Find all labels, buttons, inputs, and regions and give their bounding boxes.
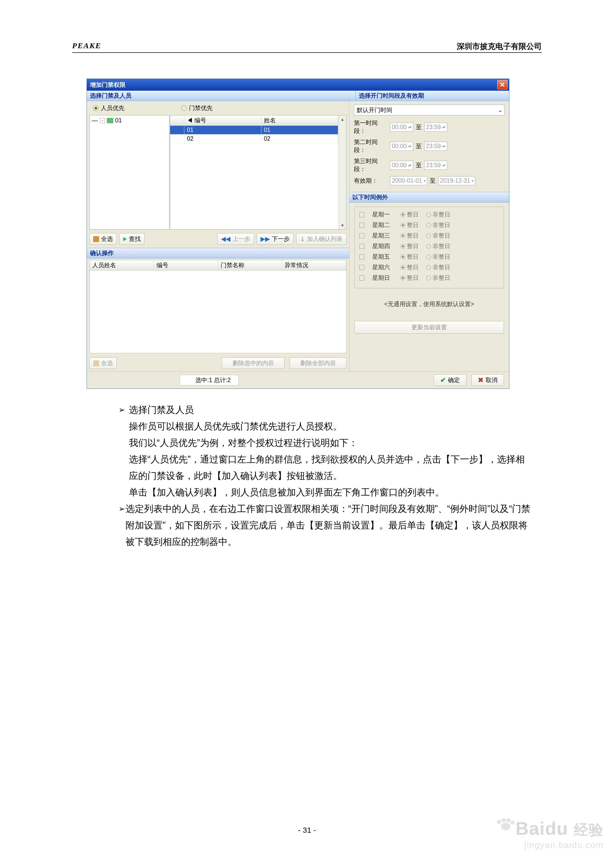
close-button[interactable]: ✕ (497, 80, 508, 89)
checkbox[interactable] (359, 254, 364, 259)
day-label: 星期一 (372, 211, 393, 219)
time-to-input[interactable]: 23:59▴▾ (424, 161, 448, 170)
radio-full-day[interactable]: 整日 (401, 221, 419, 229)
radio-not-full-day[interactable]: 非整日 (426, 274, 450, 282)
grid-header-col2[interactable]: 姓名 (261, 115, 339, 126)
radio-dot-icon (401, 212, 405, 217)
time-to-input[interactable]: 23:59▴▾ (424, 142, 448, 151)
status-text: 选中:1 总计:2 (180, 375, 239, 386)
radio-full-day[interactable]: 整日 (401, 274, 419, 282)
find-button[interactable]: 查找 (119, 233, 145, 245)
radio-full-day[interactable]: 整日 (401, 253, 419, 261)
ok-button[interactable]: ✔确定 (434, 374, 466, 386)
sort-icon[interactable]: ◀ (187, 117, 193, 124)
radio-person-priority[interactable]: 人员优先 (93, 104, 124, 112)
doc-line: 选择“人员优先”，通过窗口左上角的群信息，找到欲授权的人员并选中，点击【下一步】… (129, 451, 532, 484)
ok-label: 确定 (448, 376, 460, 384)
spinner-icon[interactable]: ▴▾ (408, 145, 411, 147)
time-from-input[interactable]: 00:00▴▾ (390, 122, 413, 132)
chevron-down-icon[interactable]: ▾ (424, 180, 425, 182)
checkbox[interactable] (359, 244, 364, 249)
opt-full-label: 整日 (407, 274, 419, 282)
time-label: 第一时间段： (354, 119, 387, 135)
select-all-button[interactable]: 全选 (89, 233, 117, 245)
select-all-label: 全选 (101, 235, 113, 243)
ct-col-exc[interactable]: 异常情况 (282, 260, 346, 270)
checkbox[interactable] (359, 265, 364, 270)
ct-col-door[interactable]: 门禁名称 (218, 260, 282, 270)
opt-not-label: 非整日 (432, 242, 450, 250)
check-icon: ✔ (440, 376, 446, 384)
next-step-button[interactable]: ▶▶下一步 (257, 233, 294, 245)
exc-row: 星期六整日非整日 (359, 264, 499, 271)
time-to-input[interactable]: 23:59▴▾ (424, 122, 448, 132)
opt-not-label: 非整日 (432, 211, 450, 219)
grid-header-checkbox[interactable] (170, 115, 184, 126)
radio-full-day[interactable]: 整日 (401, 264, 419, 271)
group-tree[interactable]: — - 01 (89, 115, 169, 229)
checkbox[interactable] (359, 233, 364, 238)
spinner-icon[interactable]: ▴▾ (442, 164, 445, 166)
wm-cn: 经验 (574, 822, 604, 838)
time-row-2: 第二时间段： 00:00▴▾ 至 23:59▴▾ (354, 138, 504, 154)
exc-row: 星期一整日非整日 (359, 211, 499, 219)
bullet-icon: ➢ (118, 401, 129, 501)
radio-not-full-day[interactable]: 非整日 (426, 242, 450, 250)
grid-header-col1[interactable]: 编号 (194, 117, 206, 124)
radio-not-full-day[interactable]: 非整日 (426, 211, 450, 219)
valid-from-input[interactable]: 2000-01-01▾ (390, 176, 427, 185)
delete-all-button[interactable]: 删除全部内容 (290, 357, 347, 369)
radio-door-priority[interactable]: 门禁优先 (181, 104, 213, 112)
radio-dot-icon (426, 265, 431, 270)
delete-selected-button[interactable]: 删除选中的内容 (222, 357, 284, 369)
exc-row: 星期三整日非整日 (359, 232, 499, 240)
valid-to-input[interactable]: 2019-12-31▾ (438, 176, 475, 185)
time-label: 第三时间段： (354, 157, 387, 173)
checkbox[interactable] (359, 276, 364, 281)
radio-dot-icon (401, 254, 405, 259)
spinner-icon[interactable]: ▴▾ (442, 145, 445, 147)
time-from-input[interactable]: 00:00▴▾ (390, 142, 413, 151)
spinner-icon[interactable]: ▴▾ (442, 126, 445, 128)
chevron-down-icon[interactable]: ▾ (472, 180, 473, 182)
cancel-button[interactable]: ✖取消 (471, 374, 504, 386)
person-grid[interactable]: ◀ 编号 姓名 01 01 02 02 (170, 115, 347, 229)
exc-row: 星期二整日非整日 (359, 221, 499, 229)
spinner-icon[interactable]: ▴▾ (408, 126, 411, 128)
time-dropdown[interactable]: 默认开门时间 ⌄ (354, 105, 504, 115)
scroll-up-icon[interactable]: ▴ (341, 116, 344, 122)
wm-brand: Bai (516, 818, 545, 839)
grid-scrollbar[interactable]: ▴ ▾ (338, 115, 346, 229)
radio-not-full-day[interactable]: 非整日 (426, 253, 450, 261)
radio-dot-icon (426, 233, 431, 238)
time-from-input[interactable]: 00:00▴▾ (390, 161, 413, 170)
opt-full-label: 整日 (407, 264, 419, 271)
tree-item[interactable]: — - 01 (92, 117, 167, 124)
add-to-list-button[interactable]: ⤓加入确认列表 (296, 233, 347, 245)
radio-not-full-day[interactable]: 非整日 (426, 264, 450, 271)
radio-full-day[interactable]: 整日 (401, 211, 419, 219)
spinner-icon[interactable]: ▴▾ (408, 164, 411, 166)
grid-row[interactable]: 02 02 (170, 135, 338, 143)
radio-not-full-day[interactable]: 非整日 (426, 232, 450, 240)
grid-cell: 01 (184, 126, 261, 135)
scroll-down-icon[interactable]: ▾ (341, 223, 344, 228)
radio-not-full-day[interactable]: 非整日 (426, 221, 450, 229)
confirm-header: 确认操作 (87, 248, 349, 259)
ct-col-no[interactable]: 编号 (154, 260, 218, 270)
radio-full-day[interactable]: 整日 (401, 242, 419, 250)
radio-door-label: 门禁优先 (189, 104, 213, 112)
expand-icon[interactable]: - (100, 118, 105, 123)
checkbox[interactable] (359, 212, 364, 217)
day-label: 星期四 (372, 242, 393, 250)
ct-col-name[interactable]: 人员姓名 (90, 260, 154, 270)
radio-person-label: 人员优先 (101, 104, 124, 112)
prev-step-button[interactable]: ◀◀上一步 (217, 233, 254, 245)
tree-item-label: 01 (115, 117, 122, 124)
update-settings-button[interactable]: 更新当前设置 (354, 321, 504, 334)
checkbox[interactable] (359, 223, 364, 228)
opt-full-label: 整日 (407, 211, 419, 219)
radio-full-day[interactable]: 整日 (401, 232, 419, 240)
grid-row[interactable]: 01 01 (170, 126, 338, 135)
confirm-select-all-button[interactable]: 全选 (89, 357, 117, 369)
